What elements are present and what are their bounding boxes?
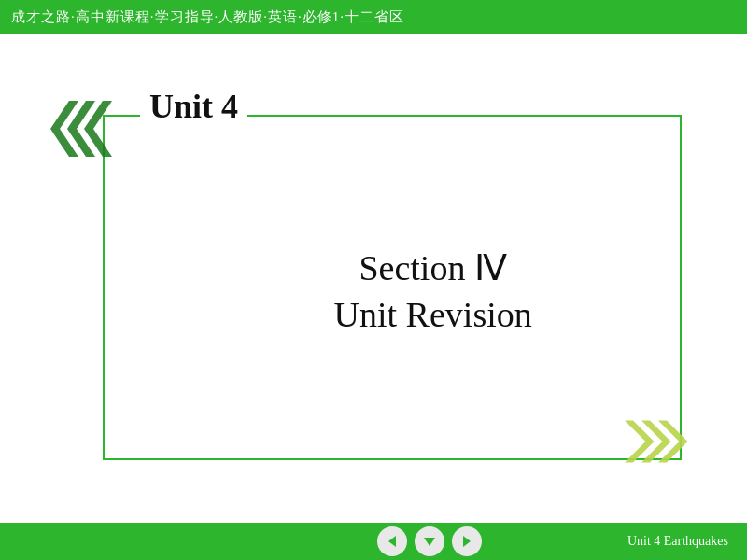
svg-marker-2: [463, 536, 471, 547]
header-bar: 成才之路·高中新课程·学习指导·人教版·英语·必修1·十二省区: [0, 0, 747, 34]
footer-label: Unit 4 Earthquakes: [627, 534, 728, 549]
footer-bar: Unit 4 Earthquakes: [0, 523, 747, 560]
section-subtitle: Unit Revision: [334, 294, 532, 335]
section-text-container: Section Ⅳ Unit Revision: [334, 247, 532, 335]
prev-button[interactable]: [377, 526, 407, 556]
chevrons-top-left-icon: [47, 87, 131, 171]
unit-label: Unit 4: [140, 87, 247, 126]
section-title: Section Ⅳ: [334, 247, 532, 288]
svg-marker-0: [388, 536, 396, 547]
home-button[interactable]: [415, 526, 444, 556]
chevrons-bottom-right-icon: [616, 413, 700, 469]
header-title: 成才之路·高中新课程·学习指导·人教版·英语·必修1·十二省区: [11, 8, 404, 26]
nav-buttons: [377, 526, 482, 556]
svg-marker-1: [424, 538, 435, 546]
next-button[interactable]: [452, 526, 482, 556]
card-container: Unit 4 Section Ⅳ Unit Revision: [47, 87, 700, 479]
main-content: Unit 4 Section Ⅳ Unit Revision: [0, 34, 747, 523]
